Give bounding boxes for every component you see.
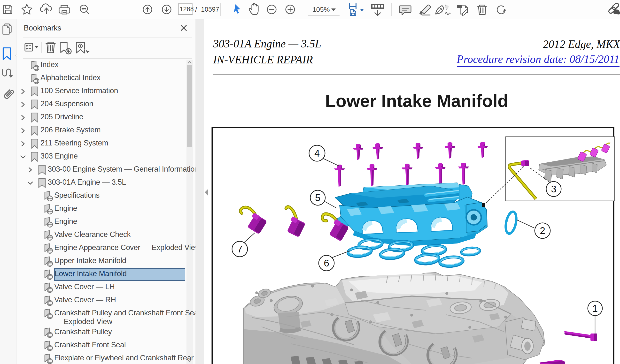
svg-text:10597: 10597 <box>201 6 219 13</box>
svg-text:105%: 105% <box>312 6 330 13</box>
svg-text:/: / <box>195 6 197 13</box>
svg-text:5: 5 <box>315 192 320 203</box>
svg-text:2: 2 <box>540 225 545 236</box>
svg-text:1: 1 <box>592 303 598 314</box>
svg-text:4: 4 <box>314 148 320 159</box>
svg-text:3: 3 <box>551 184 556 194</box>
svg-text:6: 6 <box>324 258 329 268</box>
svg-text:7: 7 <box>237 244 242 254</box>
svg-text:1288: 1288 <box>180 5 194 13</box>
